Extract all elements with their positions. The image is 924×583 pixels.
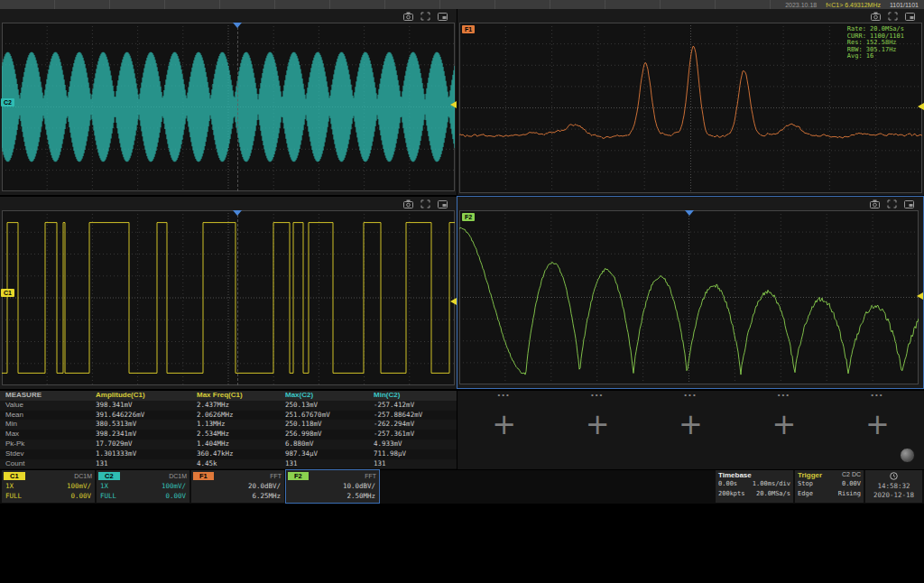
clock-icon — [890, 472, 898, 480]
panel-toolbar — [457, 9, 924, 23]
trigger-position-line — [237, 210, 238, 385]
sample-rate: 20.0MSa/s — [753, 489, 790, 499]
add-measurement-icon[interactable]: + — [737, 411, 830, 438]
trace-badge-f2[interactable]: F2 — [462, 213, 475, 221]
pip-window-icon[interactable] — [904, 196, 914, 212]
measure-value: 391.646226mV — [90, 411, 191, 421]
measure-value: 250.118mV — [280, 420, 368, 430]
menubar-status-area: 2023.10.18 f<C1> 6.49312MHz 1101/1101 — [785, 2, 924, 8]
measure-row-label: Min — [0, 420, 90, 430]
channel-descriptor-c1[interactable]: C1 DC1M 1X100mV/ FULL0.00V — [2, 470, 95, 503]
measure-column-header[interactable]: Min(C2) — [368, 391, 457, 401]
camera-icon[interactable] — [403, 196, 413, 212]
measure-table-title: MEASURE — [0, 391, 90, 401]
trigger-descriptor[interactable]: Trigger C2 DC Stop 0.00V Edge Rising — [795, 470, 864, 503]
measure-value: 256.998mV — [280, 430, 368, 440]
waveform-grid-f2[interactable] — [459, 210, 919, 384]
measure-slot-add[interactable]: •••+ — [550, 391, 643, 469]
math-descriptor-f2[interactable]: F2 FFT 10.0dBV/ 2.50MHz — [286, 470, 379, 503]
add-measurement-icon[interactable]: + — [550, 411, 643, 438]
trigger-level-marker[interactable] — [450, 298, 457, 305]
trigger-position-marker[interactable] — [685, 210, 694, 216]
measure-column-header[interactable]: Amplitude(C1) — [90, 391, 191, 401]
camera-icon[interactable] — [870, 196, 880, 212]
measure-slot-add[interactable]: •••+ — [457, 391, 550, 469]
clock-date: 2020-12-18 — [865, 491, 922, 499]
fullscreen-icon[interactable] — [888, 8, 898, 24]
channel-descriptor-c2[interactable]: C2 DC1M 1X100mV/ FULL0.00V — [97, 470, 189, 503]
slot-options-icon[interactable]: ••• — [737, 391, 830, 400]
math-badge[interactable]: F2 — [288, 472, 309, 480]
waveform-grid-c1[interactable] — [2, 210, 455, 385]
panel-toolbar — [0, 9, 457, 23]
menubar-tabs-area[interactable] — [0, 0, 785, 9]
measure-column-header[interactable]: Max(C2) — [280, 391, 368, 401]
offset-value: 0.00V — [165, 491, 186, 501]
channel-badge[interactable]: C1 — [4, 472, 25, 480]
clock-time: 14:58:32 — [865, 482, 922, 491]
measure-value: 1.13MHz — [191, 420, 280, 430]
measure-row: Mean391.646226mV2.0626MHz251.67670mV-257… — [0, 411, 457, 421]
trigger-position-marker[interactable] — [233, 210, 242, 216]
panel-toolbar — [457, 197, 923, 210]
waveform-panel-c2[interactable]: C2 — [0, 9, 457, 195]
slot-options-icon[interactable]: ••• — [457, 391, 550, 400]
math-mode-label: FFT — [365, 473, 376, 479]
math-badge[interactable]: F1 — [193, 472, 214, 480]
fullscreen-icon[interactable] — [420, 196, 430, 212]
add-measurement-icon[interactable]: + — [457, 411, 550, 438]
coupling-label: DC1M — [74, 473, 92, 479]
measure-column-header[interactable]: Max Freq(C1) — [191, 391, 280, 401]
measure-value: 6.880mV — [280, 440, 368, 449]
trigger-level-marker[interactable] — [450, 101, 457, 108]
trace-badge-f1[interactable]: F1 — [462, 25, 475, 33]
trigger-position-marker[interactable] — [233, 23, 242, 28]
hz-per-div: 2.50MHz — [346, 491, 375, 501]
fullscreen-icon[interactable] — [420, 8, 430, 24]
trigger-level-marker[interactable] — [918, 103, 924, 110]
waveform-panel-c1[interactable]: C1 — [0, 197, 457, 389]
measure-value: 2.534MHz — [191, 430, 280, 440]
measure-slot-add[interactable]: •••+ — [737, 391, 830, 469]
pip-window-icon[interactable] — [438, 8, 448, 24]
measure-row-label: Value — [0, 401, 90, 411]
measure-row-label: Mean — [0, 411, 90, 421]
measure-value: 987.34µV — [280, 449, 368, 459]
floating-menu-knob[interactable] — [900, 448, 915, 463]
frequency-counter-readout: f<C1> 6.49312MHz — [826, 2, 881, 8]
pip-window-icon[interactable] — [438, 196, 448, 212]
pip-window-icon[interactable] — [905, 8, 915, 24]
trigger-level-marker[interactable] — [917, 292, 923, 300]
measure-value: 131 — [90, 459, 191, 469]
slot-options-icon[interactable]: ••• — [644, 391, 737, 400]
slot-options-icon[interactable]: ••• — [550, 391, 643, 400]
channel-badge[interactable]: C2 — [98, 472, 120, 480]
math-descriptor-f1[interactable]: F1 FFT 20.0dBV/ 6.25MHz — [191, 470, 284, 503]
clock-box[interactable]: 14:58:32 2020-12-18 — [865, 470, 922, 503]
waveform-panel-f2-selected[interactable]: F2 — [457, 196, 924, 389]
slot-options-icon[interactable]: ••• — [831, 391, 924, 400]
measure-value: -257.88642mV — [368, 411, 457, 421]
timebase-points: 200kpts — [718, 489, 753, 499]
measure-value: 17.7029mV — [90, 440, 191, 449]
measure-row: Value398.341mV2.437MHz250.13mV-257.412mV — [0, 401, 457, 411]
trace-badge-c1[interactable]: C1 — [1, 289, 14, 297]
measure-row: Pk-Pk17.7029mV1.404MHz6.880mV4.933mV — [0, 440, 457, 449]
camera-icon[interactable] — [871, 8, 881, 24]
timebase-descriptor[interactable]: Timebase 0.00s 1.00ms/div 200kpts 20.0MS… — [716, 470, 793, 503]
top-menubar: 2023.10.18 f<C1> 6.49312MHz 1101/1101 — [0, 0, 924, 9]
measure-value: -257.412mV — [368, 401, 457, 411]
measure-slot-add[interactable]: •••+ — [644, 391, 737, 469]
fft-info-line: Avg: 16 — [847, 53, 904, 60]
add-measurement-icon[interactable]: + — [831, 411, 924, 438]
camera-icon[interactable] — [403, 8, 413, 24]
add-measurement-icon[interactable]: + — [644, 411, 737, 438]
menubar-date: 2023.10.18 — [785, 2, 817, 8]
trigger-slope: Rising — [829, 489, 861, 499]
fullscreen-icon[interactable] — [887, 196, 897, 212]
measure-value: 250.13mV — [280, 401, 368, 411]
trace-badge-c2[interactable]: C2 — [1, 98, 14, 106]
waveform-grid-c2[interactable] — [2, 23, 455, 191]
bandwidth-label: FULL — [5, 491, 22, 501]
waveform-panel-f1[interactable]: F1 Rate: 20.0MSa/s CURR: 1100/1101 Res: … — [457, 9, 924, 195]
